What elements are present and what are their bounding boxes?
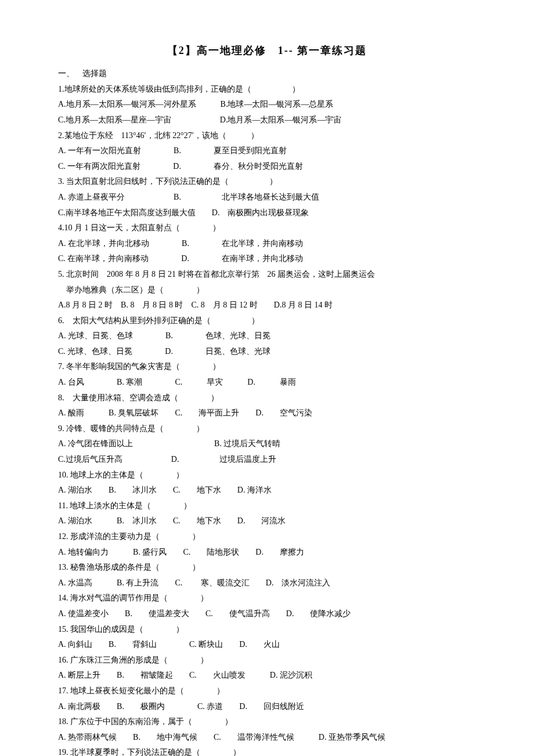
question-stem: 8. 大量使用冰箱、空调会造成（ ）	[58, 390, 476, 406]
question-stem: 3. 当太阳直射北回归线时，下列说法正确的是（ ）	[58, 174, 476, 190]
question-stem: 1.地球所处的天体系统等级由低到高排列，正确的是（ ）	[58, 82, 476, 97]
question-stem: 19. 北半球夏季时，下列说法正确的是（ ）	[58, 745, 476, 756]
option-line: A. 使温差变小 B. 使温差变大 C. 使气温升高 D. 使降水减少	[58, 606, 476, 622]
option-line: A. 赤道上昼夜平分 B. 北半球各地昼长达到最大值	[58, 190, 476, 205]
option-line: A. 热带雨林气候 B. 地中海气候 C. 温带海洋性气候 D. 亚热带季风气候	[58, 730, 476, 746]
question-stem: 6. 太阳大气结构从里到外排列正确的是（ ）	[58, 313, 476, 329]
option-line: A. 南北两极 B. 极圈内 C. 赤道 D. 回归线附近	[58, 699, 476, 715]
page-title: 【2】高一地理必修 1-- 第一章练习题	[58, 41, 476, 60]
option-line: A. 冷气团在锋面以上 B. 过境后天气转晴	[58, 436, 476, 452]
option-line: A. 水温高 B. 有上升流 C. 寒、暖流交汇 D. 淡水河流注入	[58, 576, 476, 591]
option-line: C.过境后气压升高 D. 过境后温度上升	[58, 452, 476, 468]
question-stem: 17. 地球上昼夜长短变化最小的是（ ）	[58, 683, 476, 699]
question-stem: 18. 广东位于中国的东南沿海，属于（ ）	[58, 714, 476, 730]
option-line: C.地月系—太阳系—星座—宇宙 D.地月系—太阳系—银河系—宇宙	[58, 113, 476, 128]
option-line: A. 湖泊水 B. 冰川水 C. 地下水 D. 海洋水	[58, 483, 476, 498]
option-line: A. 向斜山 B. 背斜山 C. 断块山 D. 火山	[58, 637, 476, 653]
question-stem: 4.10 月 1 日这一天，太阳直射点（ ）	[58, 220, 476, 236]
option-line: C. 光球、色球、日冕 D. 日冕、色球、光球	[58, 344, 476, 360]
option-line: A. 酸雨 B. 臭氧层破坏 C. 海平面上升 D. 空气污染	[58, 406, 476, 421]
question-stem: 7. 冬半年影响我国的气象灾害是（ ）	[58, 359, 476, 375]
option-line: A. 一年有一次阳光直射 B. 夏至日受到阳光直射	[58, 143, 476, 159]
option-line: A. 光球、日冕、色球 B. 色球、光球、日冕	[58, 328, 476, 344]
question-stem: 16. 广东珠江三角洲的形成是（ ）	[58, 653, 476, 668]
option-line: A. 断层上升 B. 褶皱隆起 C. 火山喷发 D. 泥沙沉积	[58, 668, 476, 683]
section-heading: 一、 选择题	[58, 66, 476, 82]
option-line: A. 在北半球，并向北移动 B. 在北半球，并向南移动	[58, 236, 476, 252]
option-line: C.南半球各地正午太阳高度达到最大值 D. 南极圈内出现极昼现象	[58, 205, 476, 221]
option-line: A. 台风 B. 寒潮 C. 旱灾 D. 暴雨	[58, 375, 476, 390]
question-stem: 12. 形成洋流的主要动力是（ ）	[58, 529, 476, 545]
option-line: A.8 月 8 日 2 时 B. 8 月 8 日 8 时 C. 8 月 8 日 …	[58, 298, 476, 313]
option-line: A. 湖泊水 B. 冰川水 C. 地下水 D. 河流水	[58, 513, 476, 529]
option-line: A.地月系—太阳系—银河系—河外星系 B.地球—太阳—银河系—总星系	[58, 97, 476, 113]
question-stem: 15. 我国华山的成因是（ ）	[58, 622, 476, 638]
option-line: C. 一年有两次阳光直射 D. 春分、秋分时受阳光直射	[58, 159, 476, 175]
question-stem: 2.某地位于东经 113°46′，北纬 22°27′，该地（ ）	[58, 128, 476, 144]
question-stem: 13. 秘鲁渔场形成的条件是（ ）	[58, 560, 476, 576]
question-list: 1.地球所处的天体系统等级由低到高排列，正确的是（ ）A.地月系—太阳系—银河系…	[58, 82, 476, 756]
option-line: 举办地雅典（东二区）是（ ）	[58, 283, 476, 298]
question-stem: 14. 海水对气温的调节作用是（ ）	[58, 591, 476, 606]
question-stem: 11. 地球上淡水的主体是（ ）	[58, 498, 476, 514]
question-stem: 5. 北京时间 2008 年 8 月 8 日 21 时将在首都北京举行第 26 …	[58, 267, 476, 283]
question-stem: 10. 地球上水的主体是（ ）	[58, 468, 476, 483]
option-line: A. 地转偏向力 B. 盛行风 C. 陆地形状 D. 摩擦力	[58, 545, 476, 560]
question-stem: 9. 冷锋、暖锋的共同特点是（ ）	[58, 421, 476, 437]
option-line: C. 在南半球，并向南移动 D. 在南半球，并向北移动	[58, 251, 476, 267]
